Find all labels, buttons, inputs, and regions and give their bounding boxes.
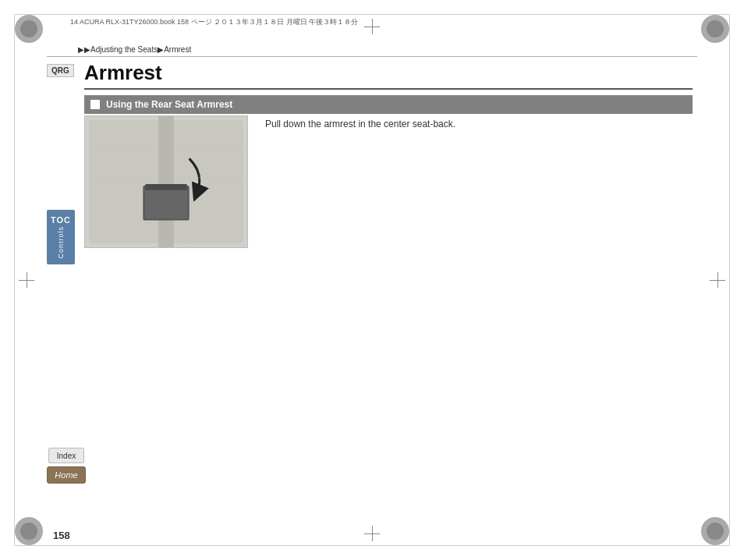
svg-rect-1 [89,120,162,243]
crosshair-top [364,19,380,34]
instruction-text: Pull down the armrest in the center seat… [265,119,538,129]
page-number: 158 [53,530,70,541]
corner-decoration-bottom-left [15,517,43,545]
index-button[interactable]: Index [48,448,84,463]
toc-label: TOC [51,215,71,225]
file-info: 14 ACURA RLX-31TY26000.book 158 ページ ２０１３… [70,17,358,27]
crosshair-left [19,272,34,288]
corner-decoration-bottom-right [701,517,729,545]
crosshair-bottom [364,526,380,541]
svg-rect-3 [158,116,174,247]
page-border [14,14,730,546]
svg-rect-2 [170,120,243,243]
armrest-illustration [84,115,248,248]
corner-decoration-top-left [15,15,43,43]
section-header-text: Using the Rear Seat Armrest [106,99,232,110]
svg-rect-6 [145,184,186,190]
corner-decoration-top-right [701,15,729,43]
section-header: Using the Rear Seat Armrest [84,95,693,114]
qrg-tag: QRG [47,64,74,77]
home-label: Home [55,470,77,480]
breadcrumb: ▶▶Adjusting the Seats▶Armrest [78,45,191,54]
home-button[interactable]: Home [47,466,86,484]
controls-label: Controls [57,226,65,259]
toc-button[interactable]: TOC Controls [47,210,75,264]
svg-rect-5 [144,187,187,219]
section-header-icon [90,100,100,109]
breadcrumb-divider [47,56,697,57]
page-title: Armrest [84,61,693,90]
crosshair-right [710,272,725,288]
